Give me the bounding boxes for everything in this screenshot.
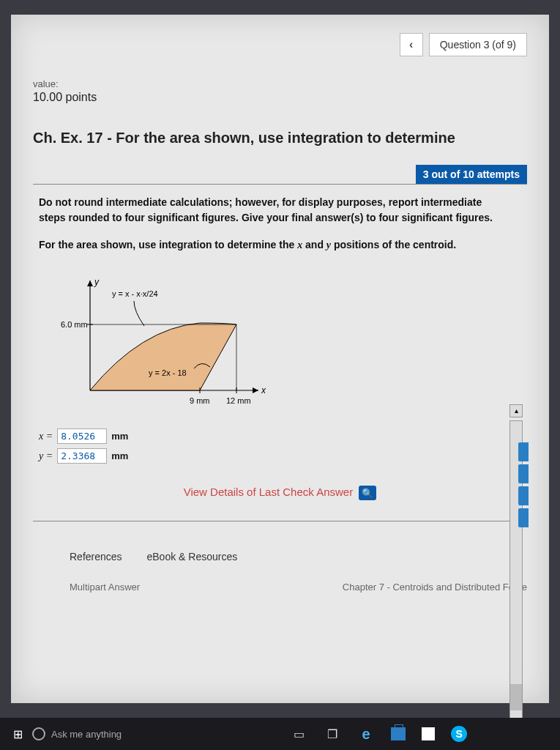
points-value: 10.00 points	[33, 91, 527, 104]
prompt-mid: and	[302, 239, 326, 250]
ebook-link[interactable]: eBook & Resources	[146, 551, 237, 562]
side-tab[interactable]	[518, 442, 529, 461]
store-icon[interactable]	[422, 727, 435, 740]
multipart-label: Multipart Answer	[70, 582, 140, 593]
side-tab[interactable]	[518, 508, 529, 527]
side-tab[interactable]	[518, 464, 529, 483]
skype-icon[interactable]: S	[451, 726, 467, 742]
windows-taskbar: ⊞ Ask me anything ▭ ❐ e S	[0, 718, 560, 750]
task-view-icon[interactable]: ▭	[290, 727, 307, 741]
cortana-icon	[32, 727, 45, 740]
question-title: Ch. Ex. 17 - For the area shown, use int…	[11, 122, 549, 165]
x-tick-12: 12 mm	[226, 396, 251, 405]
cortana-placeholder: Ask me anything	[51, 729, 122, 740]
answer-block: x = mm y = mm	[39, 428, 521, 464]
side-tab[interactable]	[518, 486, 529, 505]
problem-panel: ▴ ▾ Do not round intermediate calculatio…	[33, 184, 527, 521]
x-answer-input[interactable]	[57, 428, 107, 444]
file-explorer-icon[interactable]	[391, 727, 406, 740]
svg-marker-2	[253, 387, 258, 393]
x-axis-label: x	[261, 385, 266, 396]
value-label: value:	[33, 78, 527, 89]
references-link[interactable]: References	[70, 551, 122, 562]
question-indicator[interactable]: Question 3 (of 9)	[429, 33, 527, 56]
svg-marker-3	[87, 281, 93, 286]
y-tick-label: 6.0 mm	[61, 320, 88, 329]
attempts-badge: 3 out of 10 attempts	[416, 165, 527, 184]
scrollbar-thumb[interactable]	[510, 684, 522, 710]
prompt-text: For the area shown, use integration to d…	[39, 239, 507, 251]
curve2-label: y = 2x - 18	[149, 368, 187, 377]
side-tabs	[518, 442, 529, 530]
chapter-label: Chapter 7 - Centroids and Distributed Fo…	[343, 582, 527, 593]
question-nav-bar: ‹ Question 3 (of 9)	[11, 26, 549, 71]
scroll-up-button[interactable]: ▴	[509, 404, 523, 417]
start-button[interactable]: ⊞	[10, 727, 25, 741]
answer-row-x: x = mm	[39, 428, 521, 444]
multitask-icon[interactable]: ❐	[324, 727, 341, 741]
y-unit: mm	[111, 450, 128, 461]
answer-row-y: y = mm	[39, 448, 521, 464]
value-block: value: 10.00 points	[11, 71, 549, 122]
x-answer-label: x =	[39, 431, 53, 442]
x-unit: mm	[111, 431, 128, 442]
cortana-search[interactable]: Ask me anything	[32, 727, 122, 740]
prev-question-button[interactable]: ‹	[400, 33, 423, 56]
footer-row: Multipart Answer Chapter 7 - Centroids a…	[11, 568, 549, 593]
magnify-icon[interactable]: 🔍	[359, 486, 376, 500]
taskbar-icons: ▭ ❐ e S	[290, 726, 467, 743]
y-answer-label: y =	[39, 450, 53, 462]
centroid-diagram: y x 6.0 mm 9 mm 12 mm y = x - x·x/24 y =…	[39, 266, 288, 412]
y-axis-label: y	[94, 277, 100, 287]
view-details-link[interactable]: View Details of Last Check Answer	[184, 486, 354, 498]
curve1-label: y = x - x·x/24	[112, 289, 158, 298]
instructions-text: Do not round intermediate calculations; …	[39, 195, 507, 226]
resource-links: References eBook & Resources	[11, 521, 549, 568]
y-answer-input[interactable]	[57, 448, 107, 464]
x-tick-9: 9 mm	[190, 396, 210, 405]
prompt-prefix: For the area shown, use integration to d…	[39, 239, 297, 250]
view-details-row: View Details of Last Check Answer 🔍	[39, 486, 521, 500]
attempts-row: 3 out of 10 attempts	[11, 165, 549, 184]
prompt-suffix: positions of the centroid.	[331, 239, 456, 250]
edge-icon[interactable]: e	[357, 726, 375, 743]
app-window: ‹ Question 3 (of 9) value: 10.00 points …	[11, 15, 549, 703]
